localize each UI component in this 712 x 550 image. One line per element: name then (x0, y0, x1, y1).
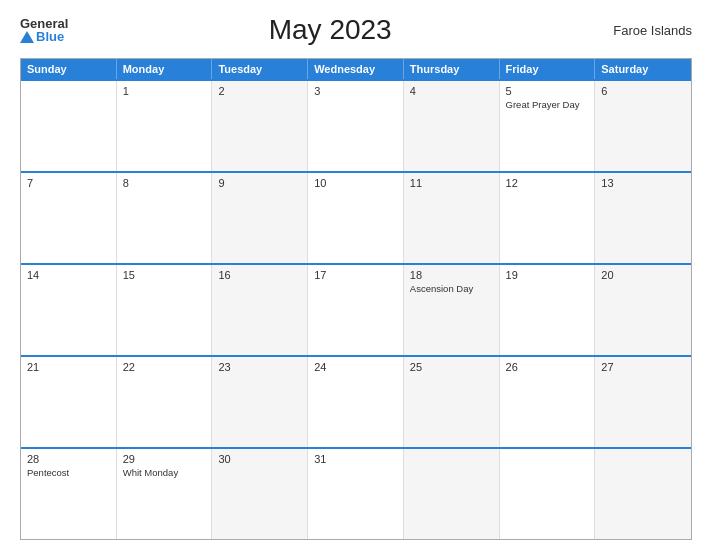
day-number: 8 (123, 177, 206, 189)
header-sunday: Sunday (21, 59, 117, 79)
header: General Blue May 2023 Faroe Islands (20, 10, 692, 50)
day-number: 30 (218, 453, 301, 465)
day-cell: 14 (21, 265, 117, 355)
week-row-3: 1415161718Ascension Day1920 (21, 263, 691, 355)
day-number: 15 (123, 269, 206, 281)
calendar-title: May 2023 (68, 14, 592, 46)
day-cell: 15 (117, 265, 213, 355)
header-wednesday: Wednesday (308, 59, 404, 79)
day-number: 26 (506, 361, 589, 373)
day-cell: 23 (212, 357, 308, 447)
day-cell: 1 (117, 81, 213, 171)
day-cell (404, 449, 500, 539)
day-number: 24 (314, 361, 397, 373)
day-cell: 11 (404, 173, 500, 263)
day-number: 20 (601, 269, 685, 281)
region-label: Faroe Islands (592, 23, 692, 38)
logo-blue-text: Blue (20, 30, 68, 43)
day-number: 25 (410, 361, 493, 373)
header-monday: Monday (117, 59, 213, 79)
day-number: 3 (314, 85, 397, 97)
header-saturday: Saturday (595, 59, 691, 79)
holiday-name: Ascension Day (410, 283, 493, 295)
day-cell: 3 (308, 81, 404, 171)
day-number: 9 (218, 177, 301, 189)
day-number: 23 (218, 361, 301, 373)
week-row-4: 21222324252627 (21, 355, 691, 447)
day-cell: 22 (117, 357, 213, 447)
day-number: 29 (123, 453, 206, 465)
day-cell: 29Whit Monday (117, 449, 213, 539)
holiday-name: Whit Monday (123, 467, 206, 479)
day-cell (21, 81, 117, 171)
day-cell: 17 (308, 265, 404, 355)
day-number: 27 (601, 361, 685, 373)
day-cell (595, 449, 691, 539)
day-number: 1 (123, 85, 206, 97)
logo: General Blue (20, 17, 68, 43)
day-cell: 13 (595, 173, 691, 263)
day-number: 19 (506, 269, 589, 281)
day-cell: 19 (500, 265, 596, 355)
logo-triangle-icon (20, 31, 34, 43)
day-cell: 30 (212, 449, 308, 539)
day-cell: 27 (595, 357, 691, 447)
day-number: 14 (27, 269, 110, 281)
day-headers: Sunday Monday Tuesday Wednesday Thursday… (21, 59, 691, 79)
calendar: Sunday Monday Tuesday Wednesday Thursday… (20, 58, 692, 540)
day-cell: 10 (308, 173, 404, 263)
header-tuesday: Tuesday (212, 59, 308, 79)
day-cell: 9 (212, 173, 308, 263)
week-row-1: 12345Great Prayer Day6 (21, 79, 691, 171)
day-number: 6 (601, 85, 685, 97)
day-number: 31 (314, 453, 397, 465)
day-number: 21 (27, 361, 110, 373)
day-cell: 4 (404, 81, 500, 171)
day-cell (500, 449, 596, 539)
day-cell: 7 (21, 173, 117, 263)
holiday-name: Great Prayer Day (506, 99, 589, 111)
day-number: 4 (410, 85, 493, 97)
day-number: 17 (314, 269, 397, 281)
day-number: 22 (123, 361, 206, 373)
day-number: 12 (506, 177, 589, 189)
day-number: 28 (27, 453, 110, 465)
day-cell: 2 (212, 81, 308, 171)
day-number: 11 (410, 177, 493, 189)
day-number: 7 (27, 177, 110, 189)
holiday-name: Pentecost (27, 467, 110, 479)
day-number: 10 (314, 177, 397, 189)
header-thursday: Thursday (404, 59, 500, 79)
day-cell: 8 (117, 173, 213, 263)
day-cell: 31 (308, 449, 404, 539)
week-row-5: 28Pentecost29Whit Monday3031 (21, 447, 691, 539)
day-number: 13 (601, 177, 685, 189)
day-cell: 24 (308, 357, 404, 447)
day-cell: 21 (21, 357, 117, 447)
day-cell: 16 (212, 265, 308, 355)
day-cell: 25 (404, 357, 500, 447)
day-cell: 28Pentecost (21, 449, 117, 539)
day-cell: 5Great Prayer Day (500, 81, 596, 171)
day-number: 16 (218, 269, 301, 281)
calendar-body: 12345Great Prayer Day6789101112131415161… (21, 79, 691, 539)
day-cell: 6 (595, 81, 691, 171)
day-number: 2 (218, 85, 301, 97)
header-friday: Friday (500, 59, 596, 79)
day-cell: 18Ascension Day (404, 265, 500, 355)
day-number: 5 (506, 85, 589, 97)
day-number: 18 (410, 269, 493, 281)
day-cell: 26 (500, 357, 596, 447)
day-cell: 12 (500, 173, 596, 263)
week-row-2: 78910111213 (21, 171, 691, 263)
day-cell: 20 (595, 265, 691, 355)
page: General Blue May 2023 Faroe Islands Sund… (0, 0, 712, 550)
